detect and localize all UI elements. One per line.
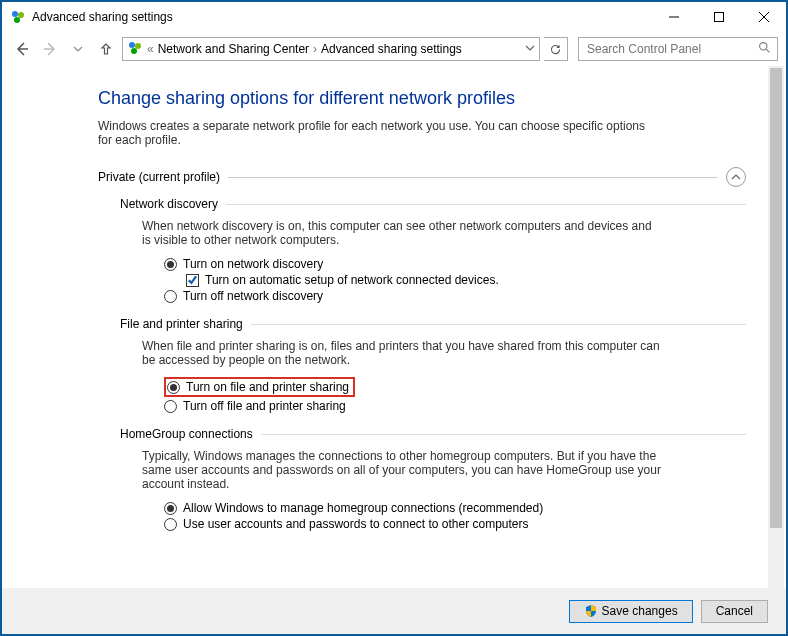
radio-label: Use user accounts and passwords to conne… bbox=[183, 517, 529, 531]
radio-network-discovery-off[interactable]: Turn off network discovery bbox=[164, 289, 746, 303]
svg-point-9 bbox=[129, 42, 135, 48]
radio-label: Turn on network discovery bbox=[183, 257, 323, 271]
highlight-box: Turn on file and printer sharing bbox=[164, 377, 355, 397]
radio-icon bbox=[164, 518, 177, 531]
radio-icon bbox=[164, 258, 177, 271]
radio-label: Allow Windows to manage homegroup connec… bbox=[183, 501, 543, 515]
breadcrumb-item[interactable]: Network and Sharing Center bbox=[158, 42, 309, 56]
radio-file-sharing-on[interactable]: Turn on file and printer sharing bbox=[164, 377, 746, 397]
refresh-button[interactable] bbox=[544, 37, 568, 61]
divider bbox=[226, 204, 746, 205]
button-label: Save changes bbox=[602, 604, 678, 618]
svg-point-2 bbox=[14, 17, 20, 23]
address-bar[interactable]: « Network and Sharing Center › Advanced … bbox=[122, 37, 540, 61]
search-input[interactable] bbox=[585, 41, 758, 57]
collapse-button[interactable] bbox=[726, 167, 746, 187]
up-button[interactable] bbox=[94, 37, 118, 61]
section-description: When file and printer sharing is on, fil… bbox=[142, 339, 662, 367]
title-bar: Advanced sharing settings bbox=[2, 2, 786, 32]
radio-icon bbox=[164, 502, 177, 515]
search-icon[interactable] bbox=[758, 41, 771, 57]
radio-label: Turn off network discovery bbox=[183, 289, 323, 303]
content-area: Change sharing options for different net… bbox=[2, 66, 786, 588]
section-title: HomeGroup connections bbox=[120, 427, 253, 441]
shield-icon bbox=[584, 604, 598, 618]
minimize-button[interactable] bbox=[651, 2, 696, 32]
breadcrumb-prefix: « bbox=[147, 42, 154, 56]
svg-point-11 bbox=[131, 48, 137, 54]
chevron-right-icon: › bbox=[313, 42, 317, 56]
svg-point-10 bbox=[135, 43, 141, 49]
radio-icon bbox=[167, 381, 180, 394]
save-changes-button[interactable]: Save changes bbox=[569, 600, 693, 623]
breadcrumb-item[interactable]: Advanced sharing settings bbox=[321, 42, 462, 56]
search-box[interactable] bbox=[578, 37, 778, 61]
control-panel-icon bbox=[10, 9, 26, 25]
section-file-printer-sharing: File and printer sharing bbox=[120, 317, 746, 331]
radio-icon bbox=[164, 400, 177, 413]
radio-homegroup-allow[interactable]: Allow Windows to manage homegroup connec… bbox=[164, 501, 746, 515]
divider bbox=[228, 177, 718, 178]
checkbox-label: Turn on automatic setup of network conne… bbox=[205, 273, 499, 287]
back-button[interactable] bbox=[10, 37, 34, 61]
chevron-down-icon[interactable] bbox=[525, 42, 535, 56]
radio-label: Turn off file and printer sharing bbox=[183, 399, 346, 413]
button-label: Cancel bbox=[716, 604, 753, 618]
checkbox-icon bbox=[186, 274, 199, 287]
section-homegroup: HomeGroup connections bbox=[120, 427, 746, 441]
profile-title: Private (current profile) bbox=[98, 170, 220, 184]
radio-homegroup-user[interactable]: Use user accounts and passwords to conne… bbox=[164, 517, 746, 531]
close-button[interactable] bbox=[741, 2, 786, 32]
radio-label: Turn on file and printer sharing bbox=[186, 380, 349, 394]
section-description: Typically, Windows manages the connectio… bbox=[142, 449, 662, 491]
window-title: Advanced sharing settings bbox=[32, 10, 173, 24]
svg-point-1 bbox=[18, 12, 24, 18]
checkbox-auto-setup[interactable]: Turn on automatic setup of network conne… bbox=[186, 273, 746, 287]
forward-button[interactable] bbox=[38, 37, 62, 61]
divider bbox=[251, 324, 746, 325]
vertical-scrollbar[interactable] bbox=[768, 66, 784, 588]
section-title: File and printer sharing bbox=[120, 317, 243, 331]
maximize-button[interactable] bbox=[696, 2, 741, 32]
scrollbar-thumb[interactable] bbox=[770, 68, 782, 528]
divider bbox=[261, 434, 746, 435]
control-panel-icon bbox=[127, 40, 143, 59]
radio-network-discovery-on[interactable]: Turn on network discovery bbox=[164, 257, 746, 271]
profile-header-private[interactable]: Private (current profile) bbox=[98, 167, 746, 187]
section-network-discovery: Network discovery bbox=[120, 197, 746, 211]
page-intro: Windows creates a separate network profi… bbox=[98, 119, 658, 147]
svg-point-0 bbox=[12, 11, 18, 17]
radio-icon bbox=[164, 290, 177, 303]
svg-line-13 bbox=[766, 49, 769, 52]
footer-bar: Save changes Cancel bbox=[2, 588, 786, 634]
page-heading: Change sharing options for different net… bbox=[98, 88, 746, 109]
section-title: Network discovery bbox=[120, 197, 218, 211]
navigation-bar: « Network and Sharing Center › Advanced … bbox=[2, 32, 786, 66]
svg-point-12 bbox=[760, 43, 767, 50]
cancel-button[interactable]: Cancel bbox=[701, 600, 768, 623]
section-description: When network discovery is on, this compu… bbox=[142, 219, 662, 247]
svg-rect-4 bbox=[714, 13, 723, 22]
recent-dropdown[interactable] bbox=[66, 37, 90, 61]
radio-file-sharing-off[interactable]: Turn off file and printer sharing bbox=[164, 399, 746, 413]
